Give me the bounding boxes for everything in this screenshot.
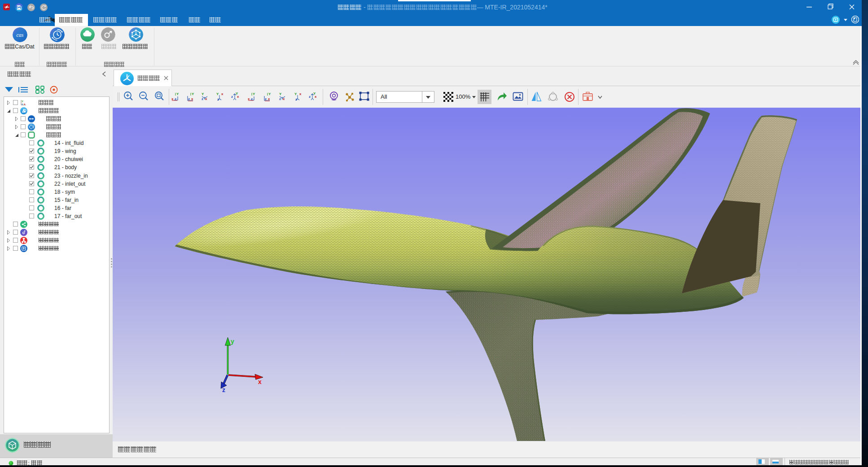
svg-text:Y: Y: [294, 92, 297, 96]
svg-text:Y: Y: [202, 92, 204, 96]
svg-text:Y: Y: [236, 92, 238, 96]
svg-text:x: x: [258, 378, 262, 385]
svg-text:x: x: [299, 92, 302, 96]
svg-text:z: z: [202, 97, 203, 101]
svg-text:y: y: [231, 338, 234, 345]
svg-text:Y: Y: [268, 92, 271, 96]
svg-text:cas: cas: [17, 32, 24, 38]
svg-text:Y: Y: [279, 92, 282, 96]
svg-text:Y: Y: [313, 92, 316, 96]
svg-text:z: z: [222, 386, 225, 393]
svg-text:z: z: [279, 97, 281, 101]
svg-text:x: x: [221, 92, 224, 96]
svg-text:z: z: [231, 95, 233, 99]
svg-text:z: z: [22, 103, 23, 105]
svg-text:Y: Y: [216, 92, 219, 96]
svg-text:z: z: [309, 95, 311, 99]
svg-text:Y: Y: [176, 92, 179, 96]
svg-text:Y: Y: [253, 92, 255, 96]
svg-text:Y: Y: [192, 92, 194, 96]
